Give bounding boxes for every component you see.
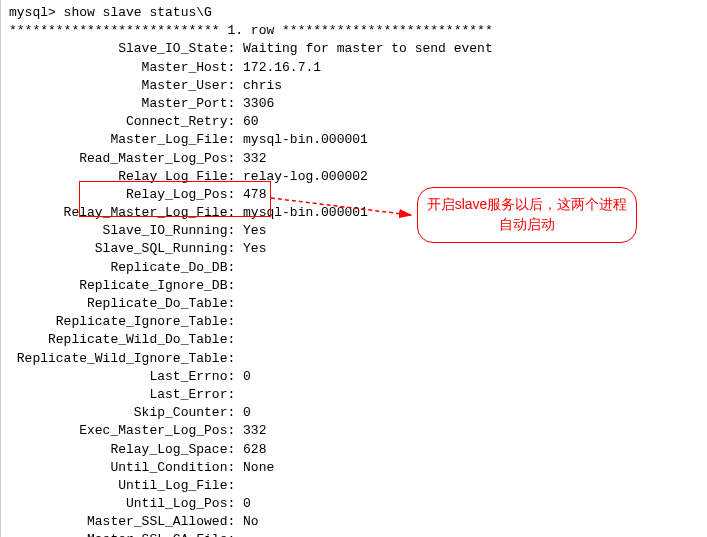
field-Replicate_Do_DB: Replicate_Do_DB: xyxy=(9,259,699,277)
field-Master_SSL_CA_File: Master_SSL_CA_File: xyxy=(9,531,699,537)
prompt-line: mysql> show slave status\G xyxy=(9,4,699,22)
field-Master_Port: Master_Port: 3306 xyxy=(9,95,699,113)
annotation-line1: 开启slave服务以后，这两个进程 xyxy=(427,195,628,215)
field-Replicate_Wild_Ignore_Table: Replicate_Wild_Ignore_Table: xyxy=(9,350,699,368)
field-Relay_Log_File: Relay_Log_File: relay-log.000002 xyxy=(9,168,699,186)
field-Master_SSL_Allowed: Master_SSL_Allowed: No xyxy=(9,513,699,531)
field-Slave_IO_State: Slave_IO_State: Waiting for master to se… xyxy=(9,40,699,58)
field-Read_Master_Log_Pos: Read_Master_Log_Pos: 332 xyxy=(9,150,699,168)
field-Replicate_Do_Table: Replicate_Do_Table: xyxy=(9,295,699,313)
field-Relay_Log_Space: Relay_Log_Space: 628 xyxy=(9,441,699,459)
field-Replicate_Ignore_Table: Replicate_Ignore_Table: xyxy=(9,313,699,331)
field-Master_User: Master_User: chris xyxy=(9,77,699,95)
field-Replicate_Ignore_DB: Replicate_Ignore_DB: xyxy=(9,277,699,295)
annotation-box: 开启slave服务以后，这两个进程 自动启动 xyxy=(417,187,637,243)
field-Connect_Retry: Connect_Retry: 60 xyxy=(9,113,699,131)
field-Until_Log_Pos: Until_Log_Pos: 0 xyxy=(9,495,699,513)
field-Exec_Master_Log_Pos: Exec_Master_Log_Pos: 332 xyxy=(9,422,699,440)
field-Skip_Counter: Skip_Counter: 0 xyxy=(9,404,699,422)
field-Master_Host: Master_Host: 172.16.7.1 xyxy=(9,59,699,77)
annotation-line2: 自动启动 xyxy=(499,215,555,235)
field-Master_Log_File: Master_Log_File: mysql-bin.000001 xyxy=(9,131,699,149)
field-Last_Error: Last_Error: xyxy=(9,386,699,404)
field-Until_Condition: Until_Condition: None xyxy=(9,459,699,477)
row-header: *************************** 1. row *****… xyxy=(9,22,699,40)
field-Slave_SQL_Running: Slave_SQL_Running: Yes xyxy=(9,240,699,258)
field-Last_Errno: Last_Errno: 0 xyxy=(9,368,699,386)
terminal-output: mysql> show slave status\G**************… xyxy=(9,4,699,537)
field-Replicate_Wild_Do_Table: Replicate_Wild_Do_Table: xyxy=(9,331,699,349)
field-Until_Log_File: Until_Log_File: xyxy=(9,477,699,495)
